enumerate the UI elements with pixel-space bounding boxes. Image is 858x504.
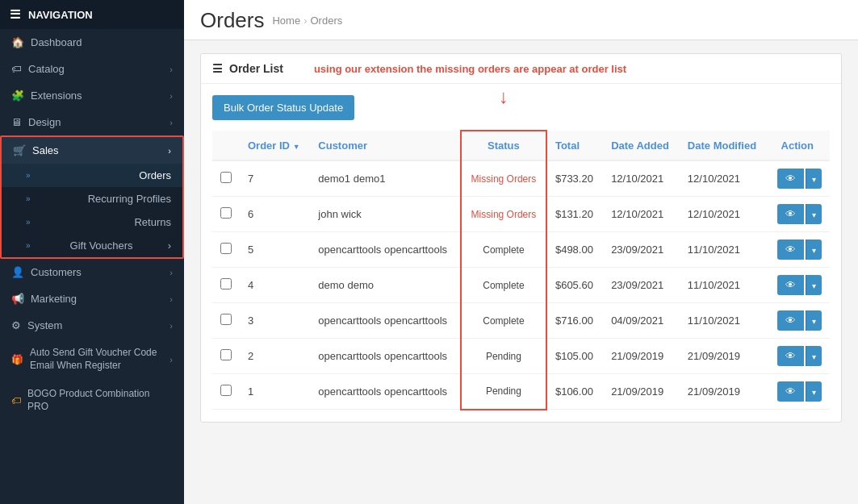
sidebar-item-extensions[interactable]: 🧩 Extensions › — [0, 82, 184, 109]
sidebar-item-sales[interactable]: 🛒 Sales › — [2, 137, 182, 164]
breadcrumb-home[interactable]: Home — [272, 15, 300, 27]
view-order-button[interactable]: 👁 — [777, 169, 804, 189]
sidebar-item-label-marketing: Marketing — [31, 293, 77, 305]
cell-checkbox — [212, 197, 240, 232]
cell-checkbox — [212, 339, 240, 374]
card-header: ☰ Order List using our extension the mis… — [201, 54, 841, 84]
chevron-right-icon-customers: › — [170, 268, 173, 277]
row-checkbox[interactable] — [220, 278, 232, 289]
sidebar-title: NAVIGATION — [28, 9, 93, 21]
cell-date-added: 23/09/2021 — [603, 268, 680, 303]
sidebar-item-dashboard[interactable]: 🏠 Dashboard — [0, 29, 184, 56]
view-order-button[interactable]: 👁 — [777, 310, 804, 331]
action-dropdown-button[interactable]: ▾ — [806, 381, 822, 402]
eye-icon: 👁 — [785, 208, 796, 220]
page-title: Orders — [200, 8, 264, 33]
view-order-button[interactable]: 👁 — [777, 381, 804, 402]
action-dropdown-button[interactable]: ▾ — [806, 169, 822, 189]
cell-customer: opencarttools opencarttools — [310, 374, 461, 410]
cell-date-added: 04/09/2021 — [603, 303, 680, 339]
card-header-title: Order List — [229, 62, 283, 75]
sidebar-item-auto-send[interactable]: 🎁 Auto Send Gift Voucher Code Email When… — [0, 339, 184, 380]
sidebar-header: ☰ NAVIGATION — [0, 0, 184, 29]
action-dropdown-button[interactable]: ▾ — [806, 310, 822, 331]
sidebar-sub-item-gift-vouchers[interactable]: » Gift Vouchers › — [2, 234, 182, 257]
cell-date-modified: 12/10/2021 — [680, 160, 768, 197]
sidebar-item-design[interactable]: 🖥 Design › — [0, 109, 184, 135]
cell-customer: opencarttools opencarttools — [310, 303, 461, 339]
sidebar-sub-item-returns[interactable]: » Returns — [2, 210, 182, 234]
chevron-right-icon-gift: › — [168, 240, 171, 252]
cell-date-modified: 11/10/2021 — [680, 232, 768, 268]
cell-order-id: 1 — [240, 374, 310, 410]
cell-date-added: 23/09/2021 — [603, 232, 680, 268]
sidebar-item-label-catalog: Catalog — [28, 63, 65, 75]
sidebar: ☰ NAVIGATION 🏠 Dashboard 🏷 Catalog › 🧩 E… — [0, 0, 184, 504]
sidebar-item-bogo[interactable]: 🏷 BOGO Product Combination PRO — [0, 380, 184, 421]
caret-down-icon: ▾ — [812, 388, 816, 397]
cell-date-added: 12/10/2021 — [603, 197, 680, 232]
row-checkbox[interactable] — [220, 172, 232, 183]
content-area: ☰ Order List using our extension the mis… — [184, 40, 858, 504]
sidebar-sub-label-orders: Orders — [139, 169, 171, 181]
chevron-right-icon-ext: › — [170, 91, 173, 101]
row-checkbox[interactable] — [220, 349, 232, 360]
cell-customer: demo1 demo1 — [310, 160, 461, 197]
list-icon: ☰ — [212, 62, 223, 75]
bulk-order-status-update-button[interactable]: Bulk Order Status Update — [212, 95, 354, 120]
row-checkbox[interactable] — [220, 207, 232, 219]
view-order-button[interactable]: 👁 — [777, 275, 804, 295]
col-date-modified: Date Modified — [680, 131, 768, 160]
sidebar-sub-label-returns: Returns — [134, 216, 171, 228]
sidebar-item-label-dashboard: Dashboard — [31, 36, 82, 48]
action-dropdown-button[interactable]: ▾ — [806, 240, 822, 260]
row-checkbox[interactable] — [220, 385, 232, 396]
sidebar-sub-label-gift: Gift Vouchers — [70, 240, 133, 252]
dot-icon-gift: » — [26, 241, 31, 250]
col-date-added: Date Added — [603, 131, 680, 160]
action-dropdown-button[interactable]: ▾ — [806, 204, 822, 224]
cell-order-id: 7 — [240, 160, 310, 197]
sidebar-item-system[interactable]: ⚙ System › — [0, 312, 184, 339]
sidebar-item-marketing[interactable]: 📢 Marketing › — [0, 285, 184, 312]
eye-icon: 👁 — [785, 314, 796, 327]
table-row: 7 demo1 demo1 Missing Orders $733.20 12/… — [212, 160, 830, 197]
col-order-id[interactable]: Order ID ▼ — [240, 131, 310, 160]
sidebar-sub-item-recurring[interactable]: » Recurring Profiles — [2, 187, 182, 210]
view-order-button[interactable]: 👁 — [777, 346, 804, 366]
eye-icon: 👁 — [785, 173, 796, 185]
hamburger-icon: ☰ — [10, 7, 20, 22]
cell-date-modified: 12/10/2021 — [680, 197, 768, 232]
view-order-button[interactable]: 👁 — [777, 240, 804, 260]
annotation-arrow: ↓ — [499, 87, 509, 106]
cell-action: 👁 ▾ — [768, 339, 830, 374]
marketing-icon: 📢 — [11, 293, 24, 305]
action-dropdown-button[interactable]: ▾ — [806, 275, 822, 295]
caret-down-icon: ▾ — [812, 175, 816, 184]
cell-status: Missing Orders — [461, 197, 546, 232]
cell-status: Missing Orders — [461, 160, 546, 197]
cell-total: $716.00 — [546, 303, 603, 339]
view-order-button[interactable]: 👁 — [777, 204, 804, 224]
cell-status: Pending — [461, 339, 546, 374]
chevron-right-icon-auto-send: › — [170, 355, 173, 364]
cell-checkbox — [212, 160, 240, 197]
sidebar-item-label-design: Design — [28, 116, 61, 128]
action-dropdown-button[interactable]: ▾ — [806, 346, 822, 366]
row-checkbox[interactable] — [220, 243, 232, 254]
row-checkbox[interactable] — [220, 314, 232, 325]
col-status: Status — [461, 131, 546, 160]
cell-checkbox — [212, 374, 240, 410]
sidebar-item-customers[interactable]: 👤 Customers › — [0, 259, 184, 285]
table-row: 4 demo demo Complete $605.60 23/09/2021 … — [212, 268, 830, 303]
caret-down-icon: ▾ — [812, 210, 816, 219]
sidebar-item-label-sales: Sales — [32, 144, 59, 156]
cell-order-id: 4 — [240, 268, 310, 303]
sidebar-item-label-extensions: Extensions — [31, 90, 82, 102]
cell-status: Complete — [461, 303, 546, 339]
sidebar-item-catalog[interactable]: 🏷 Catalog › — [0, 56, 184, 82]
cell-order-id: 3 — [240, 303, 310, 339]
bogo-icon: 🏷 — [11, 395, 21, 406]
cell-total: $733.20 — [546, 160, 603, 197]
sidebar-sub-item-orders[interactable]: » Orders — [2, 164, 182, 187]
